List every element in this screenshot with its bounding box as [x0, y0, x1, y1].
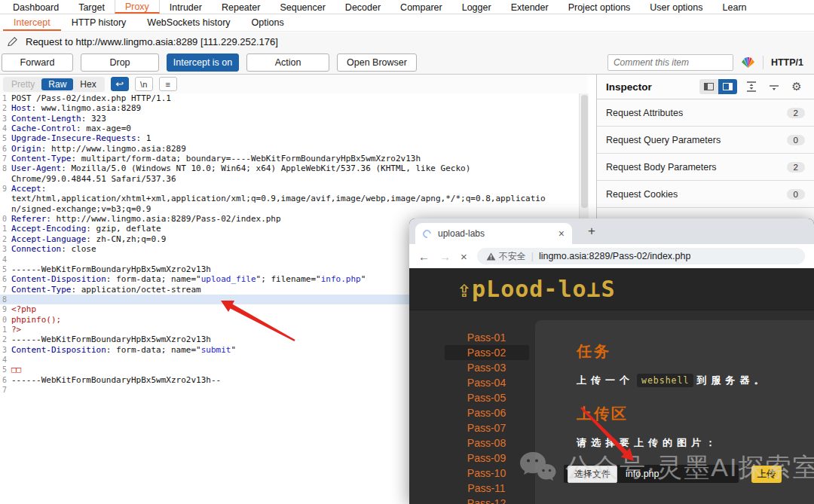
request-text: Upgrade-Insecure-Requests: 1: [7, 133, 151, 143]
drop-button[interactable]: Drop: [81, 53, 159, 72]
request-text: Content-Type: multipart/form-data; bound…: [7, 154, 421, 163]
file-input[interactable]: 选择文件 info.php: [564, 465, 739, 483]
inspector-section-request-cookies[interactable]: Request Cookies0: [597, 181, 814, 208]
tab-pretty[interactable]: Pretty: [5, 78, 41, 90]
inspector-layout-toggle: [699, 79, 737, 94]
line-number: 3: [0, 244, 7, 254]
nav-item-pass-08[interactable]: Pass-08: [445, 435, 529, 451]
forward-button[interactable]: Forward: [2, 53, 73, 72]
inspector-section-request-attributes[interactable]: Request Attributes2: [597, 99, 814, 127]
tab-close-icon[interactable]: ×: [558, 228, 565, 239]
message-editor-toolbar: Pretty Raw Hex ↩ \n ≡: [0, 75, 587, 93]
word-wrap-icon[interactable]: ↩: [111, 77, 129, 91]
nav-item-pass-12[interactable]: Pass-12: [445, 496, 529, 504]
menu-tab-sequencer[interactable]: Sequencer: [270, 0, 335, 14]
browser-tab[interactable]: upload-labs ×: [415, 223, 572, 244]
nav-item-pass-01[interactable]: Pass-01: [445, 330, 529, 345]
site-header: ⇪pLood-lo⊥S: [409, 268, 814, 310]
security-label: 不安全: [499, 250, 526, 263]
nav-item-pass-10[interactable]: Pass-10: [445, 466, 529, 481]
nav-item-pass-11[interactable]: Pass-11: [445, 481, 529, 496]
show-newlines-button[interactable]: \n: [135, 77, 153, 91]
task-text-post: 到服务器。: [696, 374, 768, 387]
highlight-fan-icon[interactable]: [741, 56, 755, 69]
line-number: 7: [0, 154, 7, 163]
editor-scrollbar-thumb[interactable]: [581, 95, 588, 208]
line-number: 5: [0, 133, 7, 143]
line-number: 1: [0, 93, 7, 103]
nav-item-pass-06[interactable]: Pass-06: [445, 405, 529, 420]
line-number: 7: [0, 285, 7, 295]
inspector-section-request-body-parameters[interactable]: Request Body Parameters2: [597, 154, 814, 181]
settings-gear-icon[interactable]: ⚙: [788, 79, 805, 94]
panel-left-layout-icon[interactable]: [699, 79, 718, 94]
stop-loading-icon[interactable]: ×: [461, 250, 467, 263]
menu-tab-learn[interactable]: Learn: [713, 0, 757, 14]
nav-item-pass-04[interactable]: Pass-04: [445, 375, 529, 390]
menu-tab-logger[interactable]: Logger: [452, 0, 501, 14]
browser-address-bar: ← → × 不安全 | lingmo.asia:8289/Pass-02/ind…: [409, 244, 814, 268]
upload-button[interactable]: 上传: [751, 466, 782, 483]
menu-tab-target[interactable]: Target: [69, 0, 115, 14]
action-button[interactable]: Action: [246, 53, 329, 72]
menu-tab-dashboard[interactable]: Dashboard: [3, 0, 69, 14]
inspector-section-label: Request Query Parameters: [606, 135, 721, 145]
warning-triangle-icon: [486, 252, 496, 261]
editor-line: 1POST /Pass-02/index.php HTTP/1.1: [0, 93, 579, 103]
editor-line: 6Origin: http://www.lingmo.asia:8289: [0, 144, 579, 154]
comment-input[interactable]: [607, 54, 733, 71]
line-number: 2: [0, 234, 7, 244]
security-status[interactable]: 不安全: [486, 250, 526, 263]
editor-menu-icon[interactable]: ≡: [159, 77, 177, 91]
line-number: 2: [0, 103, 7, 113]
line-number: 5: [0, 264, 7, 274]
request-text: phpinfo();: [7, 315, 61, 325]
request-text: Content-Type: application/octet-stream: [7, 285, 201, 295]
request-info-row: Request to http://www.lingmo.asia:8289 […: [0, 32, 814, 50]
request-text: Accept-Encoding: gzip, deflate: [7, 224, 161, 234]
menu-tab-repeater[interactable]: Repeater: [212, 0, 270, 14]
open-browser-button[interactable]: Open Browser: [337, 53, 417, 72]
collapse-all-icon[interactable]: [766, 79, 782, 94]
request-text: Referer: http://www.lingmo.asia:8289/Pas…: [7, 214, 281, 224]
inspector-section-request-query-parameters[interactable]: Request Query Parameters0: [597, 127, 814, 154]
choose-file-button[interactable]: 选择文件: [568, 466, 617, 483]
request-text: Content-Length: 323: [7, 114, 106, 124]
sub-tab-websockets-history[interactable]: WebSockets history: [136, 15, 240, 31]
nav-item-pass-05[interactable]: Pass-05: [445, 390, 529, 405]
tab-raw[interactable]: Raw: [41, 78, 73, 90]
menu-tab-intruder[interactable]: Intruder: [160, 0, 212, 14]
request-text: Content-Disposition: form-data; name="up…: [7, 274, 366, 284]
line-number: 8: [0, 163, 7, 173]
intercept-toggle-button[interactable]: Intercept is on: [167, 53, 239, 72]
sub-tab-http-history[interactable]: HTTP history: [61, 15, 137, 31]
menu-tab-proxy[interactable]: Proxy: [115, 0, 160, 14]
sub-tab-intercept[interactable]: Intercept: [3, 15, 61, 31]
menu-tab-extender[interactable]: Extender: [501, 0, 558, 14]
nav-item-pass-02[interactable]: Pass-02: [445, 345, 529, 360]
inspector-count-badge: 2: [787, 162, 805, 173]
editor-line: 8User-Agent: Mozilla/5.0 (Windows NT 10.…: [0, 163, 579, 173]
upload-labs-page: ⇪pLood-lo⊥S Pass-01Pass-02Pass-03Pass-04…: [409, 268, 814, 504]
menu-tab-user-options[interactable]: User options: [640, 0, 712, 14]
back-icon[interactable]: ←: [418, 250, 430, 263]
upload-area-heading: 上传区: [577, 404, 814, 424]
tab-hex[interactable]: Hex: [73, 78, 103, 90]
menu-tab-comparer[interactable]: Comparer: [390, 0, 452, 14]
nav-item-pass-09[interactable]: Pass-09: [445, 451, 529, 466]
expand-all-icon[interactable]: [743, 79, 760, 94]
request-text: Origin: http://www.lingmo.asia:8289: [7, 144, 186, 154]
url-field[interactable]: 不安全 | lingmo.asia:8289/Pass-02/index.php: [477, 248, 805, 264]
nav-item-pass-03[interactable]: Pass-03: [445, 360, 529, 375]
panel-right-layout-icon[interactable]: [718, 79, 737, 94]
nav-item-pass-07[interactable]: Pass-07: [445, 420, 529, 435]
request-text: [7, 295, 11, 304]
menu-tab-project-options[interactable]: Project options: [558, 0, 641, 14]
sub-tab-options[interactable]: Options: [241, 15, 295, 31]
menu-tab-decoder[interactable]: Decoder: [335, 0, 390, 14]
editor-line: 4Cache-Control: max-age=0: [0, 124, 579, 133]
tab-loading-spinner-icon: [421, 228, 433, 239]
line-number: 0: [0, 315, 7, 325]
line-number: 6: [0, 375, 7, 385]
new-tab-icon[interactable]: +: [583, 222, 601, 240]
